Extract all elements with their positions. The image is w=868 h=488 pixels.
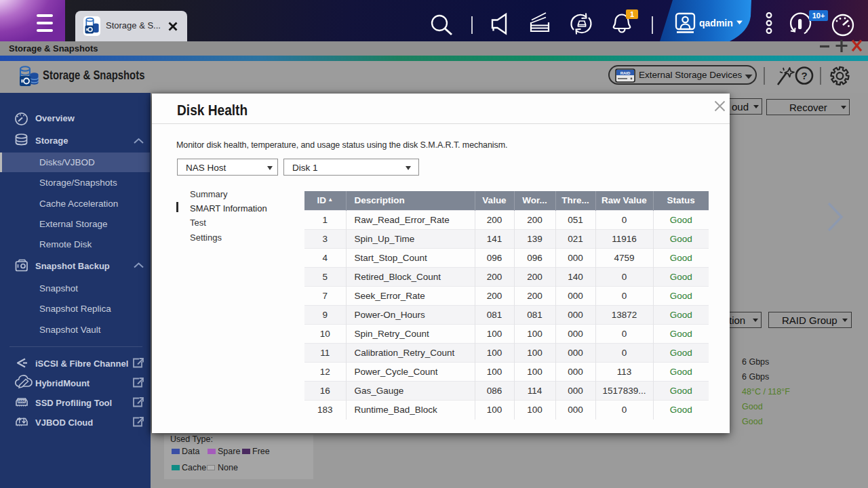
- svg-text:SSD: SSD: [18, 400, 25, 403]
- svg-text:?: ?: [801, 70, 807, 81]
- svg-text:RAID: RAID: [620, 71, 631, 75]
